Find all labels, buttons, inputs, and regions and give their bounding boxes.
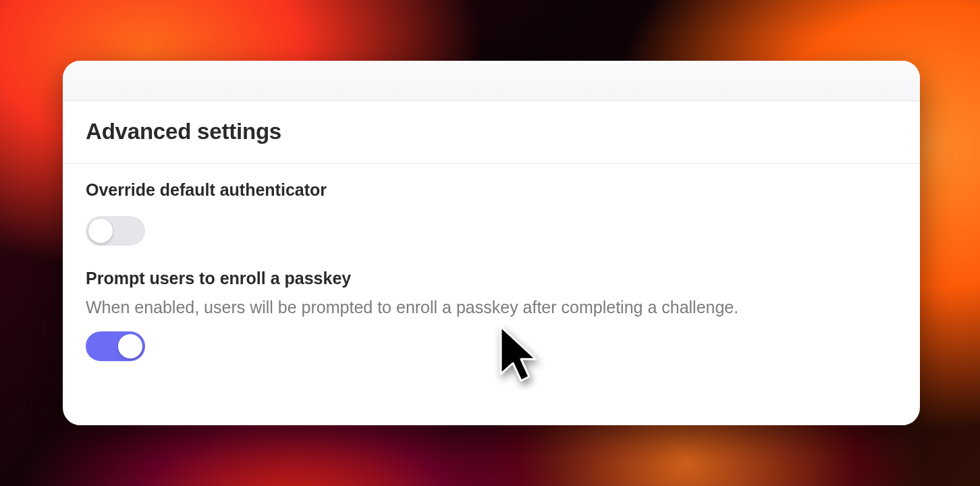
prompt-passkey-toggle[interactable] [86, 331, 145, 361]
setting-prompt-passkey: Prompt users to enroll a passkey When en… [86, 269, 897, 364]
advanced-settings-panel: Advanced settings Override default authe… [63, 61, 920, 425]
section-header: Advanced settings [63, 101, 920, 164]
setting-description: When enabled, users will be prompted to … [86, 295, 897, 319]
override-authenticator-toggle[interactable] [86, 216, 145, 246]
setting-label: Override default authenticator [86, 180, 897, 200]
toggle-knob [118, 334, 142, 358]
toggle-knob [88, 219, 113, 243]
panel-topbar [63, 61, 920, 101]
panel-bottom-divider [63, 425, 920, 425]
section-title: Advanced settings [86, 119, 897, 144]
setting-override-default-authenticator: Override default authenticator [86, 180, 897, 248]
setting-label: Prompt users to enroll a passkey [86, 269, 897, 288]
settings-body: Override default authenticator Prompt us… [63, 164, 920, 404]
